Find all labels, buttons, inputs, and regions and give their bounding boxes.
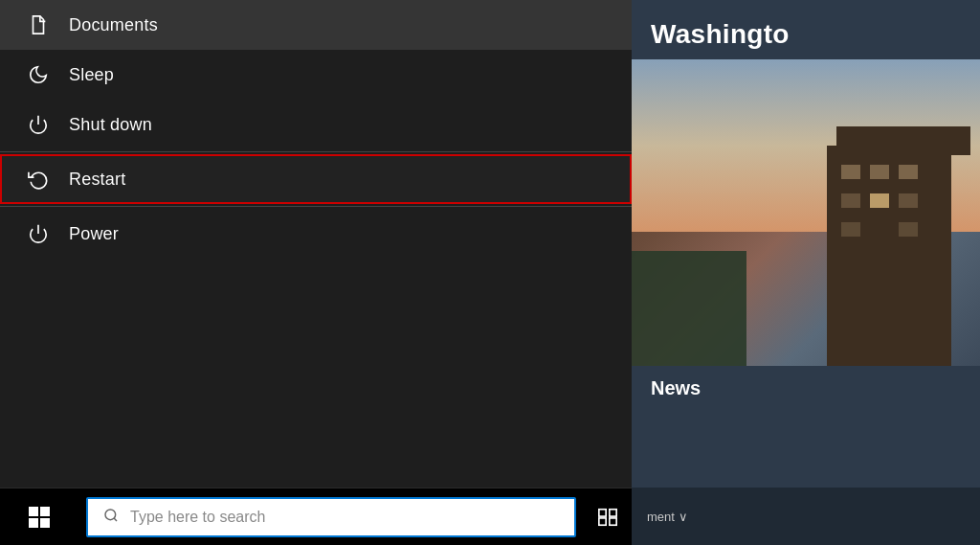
taskbar: Type here to search xyxy=(0,488,632,545)
svg-point-2 xyxy=(105,510,116,520)
divider-after-restart xyxy=(0,206,632,207)
svg-rect-4 xyxy=(599,509,606,515)
news-image xyxy=(632,59,980,366)
divider-before-restart xyxy=(0,151,632,152)
svg-rect-6 xyxy=(599,517,606,524)
start-button[interactable] xyxy=(0,488,78,546)
menu-item-power[interactable]: Power xyxy=(0,209,632,259)
svg-rect-7 xyxy=(610,517,616,524)
building-silhouette xyxy=(827,146,951,366)
city-name: Washingto xyxy=(632,0,980,59)
power-icon xyxy=(27,222,50,245)
sleep-label: Sleep xyxy=(69,65,114,85)
menu-item-sleep[interactable]: Sleep xyxy=(0,50,632,100)
right-panel-bottom-bar: ment ∨ xyxy=(632,488,980,545)
menu-items-container: Documents Sleep Shut xyxy=(0,0,632,545)
restart-label: Restart xyxy=(69,170,125,190)
environment-text: ment ∨ xyxy=(647,510,688,524)
shutdown-label: Shut down xyxy=(69,115,152,135)
documents-label: Documents xyxy=(69,15,158,35)
menu-item-documents[interactable]: Documents xyxy=(0,0,632,50)
right-panel: Washingto News ment ∨ xyxy=(632,0,980,545)
start-menu-panel: Documents Sleep Shut xyxy=(0,0,632,545)
search-icon xyxy=(103,508,119,527)
news-label: News xyxy=(632,366,980,411)
power-label: Power xyxy=(69,224,119,244)
restart-icon xyxy=(27,168,50,191)
task-view-button[interactable] xyxy=(584,488,632,546)
svg-rect-5 xyxy=(610,509,616,515)
document-icon xyxy=(27,13,50,36)
windows-logo-icon xyxy=(29,507,50,528)
screen: Documents Sleep Shut xyxy=(0,0,980,545)
menu-item-shutdown[interactable]: Shut down xyxy=(0,100,632,149)
menu-item-restart[interactable]: Restart xyxy=(0,154,632,204)
search-placeholder-text: Type here to search xyxy=(130,509,265,526)
search-bar[interactable]: Type here to search xyxy=(86,497,576,537)
svg-line-3 xyxy=(114,518,117,521)
shutdown-power-icon xyxy=(27,113,50,136)
sleep-icon xyxy=(27,63,50,86)
